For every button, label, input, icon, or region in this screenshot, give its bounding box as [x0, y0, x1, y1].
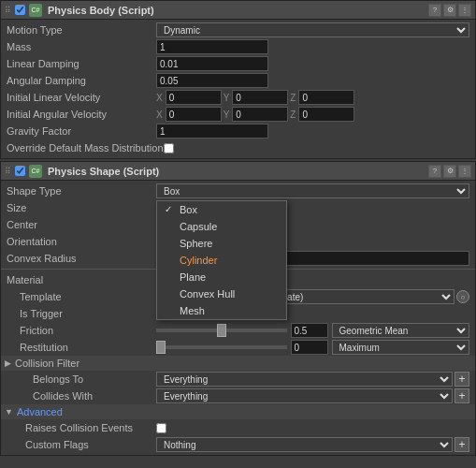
- center-label: Center: [7, 219, 156, 230]
- convex-radius-label: Convex Radius: [7, 253, 156, 264]
- angular-damping-input[interactable]: [156, 73, 268, 88]
- collision-filter-header[interactable]: ▶ Collision Filter: [1, 356, 475, 371]
- custom-flags-label: Custom Flags: [7, 439, 156, 450]
- angular-damping-label: Angular Damping: [7, 75, 156, 86]
- initial-angular-velocity-row: Initial Angular Velocity X Y Z: [1, 106, 475, 123]
- linear-damping-input[interactable]: [156, 56, 268, 71]
- physics-shape-panel: ⠿ C# Physics Shape (Script) ? ⚙ ⋮ Shape …: [0, 161, 476, 456]
- is-trigger-label: Is Trigger: [7, 308, 156, 319]
- dropdown-item-mesh[interactable]: Mesh: [157, 302, 286, 319]
- collides-with-row: Collides With Everything +: [1, 388, 475, 404]
- friction-slider[interactable]: [156, 329, 287, 332]
- help-icon-shape[interactable]: ?: [428, 165, 441, 178]
- motion-type-row: Motion Type Dynamic: [1, 22, 475, 38]
- collides-with-label: Collides With: [7, 390, 156, 402]
- physics-shape-header-icons: ? ⚙ ⋮: [428, 165, 471, 178]
- friction-input[interactable]: [291, 323, 328, 338]
- physics-body-enabled-checkbox[interactable]: [15, 5, 25, 15]
- initial-angular-velocity-value: X Y Z: [156, 107, 469, 122]
- raises-collision-value: [156, 423, 469, 433]
- belongs-to-label: Belongs To: [7, 373, 156, 385]
- initial-linear-velocity-value: X Y Z: [156, 90, 469, 105]
- physics-shape-content: Shape Type Box Box Capsule Sphere Cylind…: [1, 181, 475, 455]
- help-icon[interactable]: ?: [428, 4, 441, 17]
- linear-vel-y[interactable]: [232, 90, 288, 105]
- friction-label: Friction: [7, 325, 156, 336]
- angular-vel-x[interactable]: [166, 107, 222, 122]
- y-label-linear: Y: [224, 93, 230, 103]
- shape-type-dropdown-menu[interactable]: Box Capsule Sphere Cylinder Plane Convex…: [156, 200, 287, 320]
- dropdown-item-capsule[interactable]: Capsule: [157, 218, 286, 235]
- dropdown-item-plane[interactable]: Plane: [157, 269, 286, 285]
- x-label-linear: X: [156, 93, 163, 103]
- template-circle-icon[interactable]: ○: [456, 290, 469, 303]
- dropdown-item-sphere[interactable]: Sphere: [157, 235, 286, 252]
- motion-type-select[interactable]: Dynamic: [156, 22, 469, 37]
- restitution-mode-select[interactable]: Maximum Minimum Average: [332, 340, 470, 355]
- advanced-header[interactable]: ▼ Advanced: [1, 404, 475, 419]
- gravity-factor-value: [156, 124, 469, 139]
- raises-collision-checkbox[interactable]: [156, 423, 166, 433]
- physics-shape-enabled-checkbox[interactable]: [15, 166, 25, 176]
- custom-flags-row: Custom Flags Nothing +: [1, 436, 475, 453]
- custom-flags-plus[interactable]: +: [454, 437, 469, 452]
- override-mass-value: [164, 143, 469, 154]
- collides-with-plus[interactable]: +: [454, 388, 469, 403]
- angular-damping-value: [156, 73, 469, 88]
- belongs-to-plus[interactable]: +: [454, 372, 469, 387]
- dropdown-item-convex-hull[interactable]: Convex Hull: [157, 285, 286, 302]
- dropdown-item-cylinder[interactable]: Cylinder: [157, 252, 286, 269]
- angular-vel-y[interactable]: [232, 107, 288, 122]
- overflow-icon-shape[interactable]: ⋮: [458, 165, 471, 178]
- friction-row: Friction Geometric Mean Minimum Maximum …: [1, 322, 475, 339]
- friction-mode-select[interactable]: Geometric Mean Minimum Maximum Average: [332, 323, 470, 338]
- linear-vel-z[interactable]: [298, 90, 354, 105]
- gravity-factor-input[interactable]: [156, 124, 268, 139]
- override-mass-checkbox[interactable]: [164, 143, 174, 154]
- motion-type-label: Motion Type: [7, 24, 156, 36]
- custom-flags-select[interactable]: Nothing: [156, 437, 453, 452]
- restitution-value: Maximum Minimum Average: [156, 340, 469, 355]
- mass-input[interactable]: [156, 39, 268, 54]
- settings-icon[interactable]: ⚙: [443, 4, 456, 17]
- angular-vel-z[interactable]: [298, 107, 354, 122]
- physics-body-panel: ⠿ C# Physics Body (Script) ? ⚙ ⋮ Motion …: [0, 0, 476, 159]
- physics-body-header: ⠿ C# Physics Body (Script) ? ⚙ ⋮: [1, 1, 475, 20]
- collides-with-value: Everything +: [156, 388, 469, 403]
- shape-type-label: Shape Type: [7, 185, 156, 197]
- belongs-to-row: Belongs To Everything +: [1, 371, 475, 388]
- dropdown-item-box[interactable]: Box: [157, 201, 286, 218]
- collision-filter-label: Collision Filter: [15, 358, 79, 369]
- collides-with-select[interactable]: Everything: [156, 388, 453, 403]
- script-icon: C#: [29, 4, 42, 17]
- override-mass-label: Override Default Mass Distribution: [7, 142, 164, 154]
- z-label-angular: Z: [290, 110, 296, 120]
- linear-vel-x[interactable]: [166, 90, 222, 105]
- restitution-slider[interactable]: [156, 345, 287, 349]
- advanced-label: Advanced: [17, 406, 63, 417]
- belongs-to-select[interactable]: Everything: [156, 372, 453, 387]
- linear-damping-label: Linear Damping: [7, 58, 156, 69]
- linear-damping-value: [156, 56, 469, 71]
- angular-damping-row: Angular Damping: [1, 72, 475, 89]
- initial-angular-velocity-label: Initial Angular Velocity: [7, 109, 156, 120]
- advanced-arrow: ▼: [5, 407, 13, 417]
- x-label-angular: X: [156, 110, 163, 120]
- orientation-label: Orientation: [7, 236, 156, 247]
- belongs-to-value: Everything +: [156, 372, 469, 387]
- size-label: Size: [7, 202, 156, 213]
- raises-collision-row: Raises Collision Events: [1, 419, 475, 436]
- physics-body-header-icons: ? ⚙ ⋮: [428, 4, 471, 17]
- overflow-icon[interactable]: ⋮: [458, 4, 471, 17]
- shape-type-select[interactable]: Box: [156, 183, 469, 198]
- initial-linear-velocity-label: Initial Linear Velocity: [7, 92, 156, 103]
- grip-icon: ⠿: [5, 6, 11, 15]
- settings-icon-shape[interactable]: ⚙: [443, 165, 456, 178]
- override-mass-row: Override Default Mass Distribution: [1, 139, 475, 156]
- gravity-factor-row: Gravity Factor: [1, 123, 475, 139]
- restitution-input[interactable]: [291, 340, 328, 355]
- mass-row: Mass: [1, 38, 475, 55]
- linear-damping-row: Linear Damping: [1, 55, 475, 72]
- material-label: Material: [7, 274, 156, 285]
- y-label-angular: Y: [224, 110, 230, 120]
